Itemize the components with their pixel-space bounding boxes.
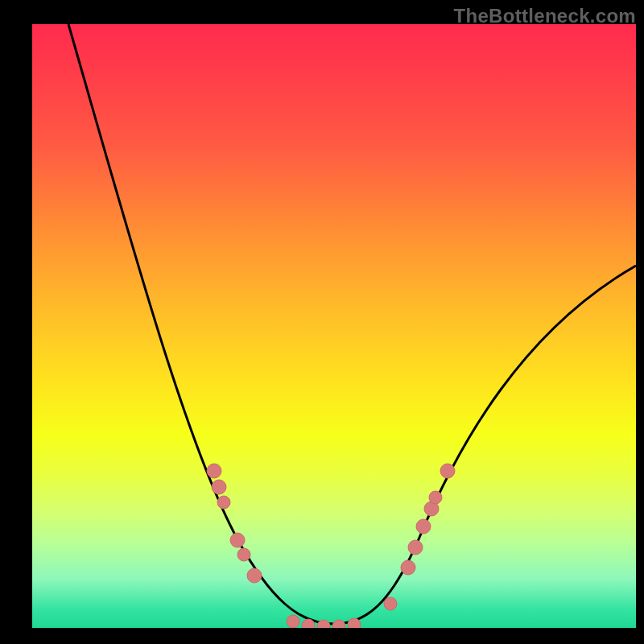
data-marker xyxy=(217,496,230,509)
data-marker xyxy=(440,464,455,478)
data-marker xyxy=(302,619,315,628)
data-marker xyxy=(408,540,423,555)
curve-layer xyxy=(32,24,636,628)
data-marker xyxy=(429,491,442,504)
data-marker xyxy=(384,597,397,610)
data-marker xyxy=(237,548,250,561)
data-marker xyxy=(247,568,262,583)
marker-layer xyxy=(207,464,455,628)
data-marker xyxy=(348,618,361,628)
data-marker xyxy=(416,519,431,534)
data-marker xyxy=(212,480,226,494)
data-marker xyxy=(230,533,245,547)
data-marker xyxy=(401,560,415,575)
plot-area xyxy=(32,24,636,628)
bottleneck-curve xyxy=(68,24,636,624)
data-marker xyxy=(332,620,345,628)
data-marker xyxy=(207,464,221,478)
data-marker xyxy=(287,615,299,628)
chart-stage: TheBottleneck.com xyxy=(0,0,644,644)
